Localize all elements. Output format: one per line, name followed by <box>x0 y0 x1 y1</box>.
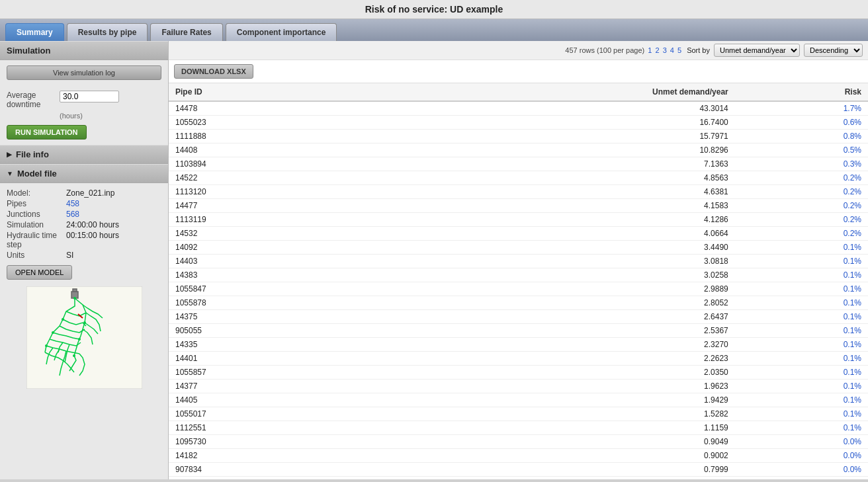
table-row: 144774.15830.2% <box>169 199 868 213</box>
cell-pipe-id: 14335 <box>169 338 356 352</box>
cell-unmet-demand: 1.5282 <box>356 407 734 421</box>
cell-risk: 0.1% <box>735 393 868 407</box>
cell-risk: 0.1% <box>735 241 868 255</box>
table-row: 143771.96230.1% <box>169 380 868 393</box>
table-row: 11038947.13630.3% <box>169 157 868 171</box>
page-3-link[interactable]: 3 <box>663 46 667 54</box>
cell-unmet-demand: 2.2623 <box>356 352 734 366</box>
tab-bar: Summary Results by pipe Failure Rates Co… <box>0 19 868 41</box>
cell-pipe-id: 1055847 <box>169 282 356 296</box>
cell-unmet-demand: 7.1363 <box>356 157 734 171</box>
cell-unmet-demand: 4.0664 <box>356 227 734 241</box>
svg-point-8 <box>73 354 75 357</box>
table-row: 10957300.90490.0% <box>169 435 868 449</box>
junctions-value: 568 <box>66 210 79 219</box>
cell-unmet-demand: 2.8052 <box>356 296 734 310</box>
table-row: 10355440.77180.0% <box>169 477 868 480</box>
cell-risk: 0.1% <box>735 310 868 324</box>
cell-risk: 0.1% <box>735 324 868 338</box>
junctions-label: Junctions <box>7 210 66 219</box>
cell-risk: 0.1% <box>735 282 868 296</box>
cell-pipe-id: 14532 <box>169 227 356 241</box>
cell-unmet-demand: 3.0258 <box>356 268 734 282</box>
page-4-link[interactable]: 4 <box>670 46 674 54</box>
cell-unmet-demand: 15.7971 <box>356 130 734 143</box>
cell-risk: 0.2% <box>735 185 868 199</box>
table-row: 144051.94290.1% <box>169 393 868 407</box>
cell-risk: 0.0% <box>735 463 868 477</box>
page-1-link[interactable]: 1 <box>648 46 652 54</box>
tab-failure-rates[interactable]: Failure Rates <box>150 23 222 41</box>
cell-pipe-id: 905055 <box>169 324 356 338</box>
cell-unmet-demand: 0.7718 <box>356 477 734 480</box>
cell-risk: 0.1% <box>735 407 868 421</box>
avg-downtime-input[interactable] <box>60 91 119 102</box>
table-row: 140923.44900.1% <box>169 241 868 255</box>
table-row: 10558472.98890.1% <box>169 282 868 296</box>
cell-pipe-id: 1103894 <box>169 157 356 171</box>
cell-pipe-id: 1111888 <box>169 130 356 143</box>
cell-unmet-demand: 4.6381 <box>356 185 734 199</box>
cell-risk: 0.1% <box>735 421 868 435</box>
file-info-arrow-icon: ▶ <box>7 151 12 158</box>
file-info-section-title[interactable]: ▶ File info <box>0 145 168 164</box>
model-file-section-title[interactable]: ▼ Model file <box>0 164 168 183</box>
cell-unmet-demand: 2.9889 <box>356 282 734 296</box>
model-file-arrow-icon: ▼ <box>7 170 13 177</box>
cell-risk: 1.7% <box>735 101 868 116</box>
table-row: 9050552.53670.1% <box>169 324 868 338</box>
content-area: 457 rows (100 per page) 1 2 3 4 5 Sort b… <box>169 41 868 479</box>
svg-rect-0 <box>26 286 142 389</box>
cell-pipe-id: 1113120 <box>169 185 356 199</box>
cell-pipe-id: 14401 <box>169 352 356 366</box>
open-model-button[interactable]: OPEN MODEL <box>7 265 72 280</box>
sort-field-select[interactable]: Unmet demand/year Risk Pipe ID <box>714 44 800 57</box>
network-map-container <box>7 284 161 391</box>
cell-pipe-id: 907834 <box>169 463 356 477</box>
col-pipe-id: Pipe ID <box>169 83 356 101</box>
cell-pipe-id: 1113119 <box>169 213 356 227</box>
tab-results-by-pipe[interactable]: Results by pipe <box>67 23 148 41</box>
svg-point-5 <box>83 321 86 324</box>
pipes-value: 458 <box>66 199 79 208</box>
cell-pipe-id: 14522 <box>169 171 356 185</box>
units-label: Units <box>7 251 66 260</box>
cell-unmet-demand: 43.3014 <box>356 101 734 116</box>
table-row: 143752.64370.1% <box>169 310 868 324</box>
cell-unmet-demand: 2.3270 <box>356 338 734 352</box>
tab-component-importance[interactable]: Component importance <box>226 23 337 41</box>
avg-downtime-label: Average downtime <box>7 91 60 109</box>
page-title: Risk of no service: UD example <box>0 0 868 19</box>
cell-risk: 0.0% <box>735 435 868 449</box>
cell-risk: 0.2% <box>735 227 868 241</box>
model-file-content: Model: Zone_021.inp Pipes 458 Junctions … <box>0 183 168 397</box>
table-row: 10558782.80520.1% <box>169 296 868 310</box>
cell-unmet-demand: 4.1583 <box>356 199 734 213</box>
cell-pipe-id: 1055857 <box>169 366 356 380</box>
hydraulic-value: 00:15:00 hours <box>66 231 119 249</box>
network-map <box>26 286 142 389</box>
model-value: Zone_021.inp <box>66 188 114 198</box>
cell-risk: 0.1% <box>735 352 868 366</box>
avg-downtime-unit: (hours) <box>60 112 161 120</box>
simulation-section-title: Simulation <box>0 41 168 60</box>
table-row: 10550171.52820.1% <box>169 407 868 421</box>
svg-rect-2 <box>73 289 77 292</box>
cell-unmet-demand: 0.7999 <box>356 463 734 477</box>
cell-risk: 0.1% <box>735 366 868 380</box>
page-5-link[interactable]: 5 <box>677 46 681 54</box>
cell-unmet-demand: 3.4490 <box>356 241 734 255</box>
page-2-link[interactable]: 2 <box>655 46 659 54</box>
cell-pipe-id: 1055023 <box>169 116 356 130</box>
cell-pipe-id: 1055017 <box>169 407 356 421</box>
view-simulation-log-button[interactable]: View simulation log <box>7 65 161 80</box>
cell-risk: 0.2% <box>735 199 868 213</box>
table-row: 1447843.30141.7% <box>169 101 868 116</box>
sort-order-select[interactable]: Descending Ascending <box>804 44 863 57</box>
simulation-label: Simulation <box>7 220 66 229</box>
table-row: 141820.90020.0% <box>169 449 868 463</box>
download-xlsx-button[interactable]: DOWNLOAD XLSX <box>174 64 253 79</box>
cell-risk: 0.5% <box>735 143 868 157</box>
run-simulation-button[interactable]: RUN SIMULATION <box>7 125 87 140</box>
tab-summary[interactable]: Summary <box>5 23 64 41</box>
